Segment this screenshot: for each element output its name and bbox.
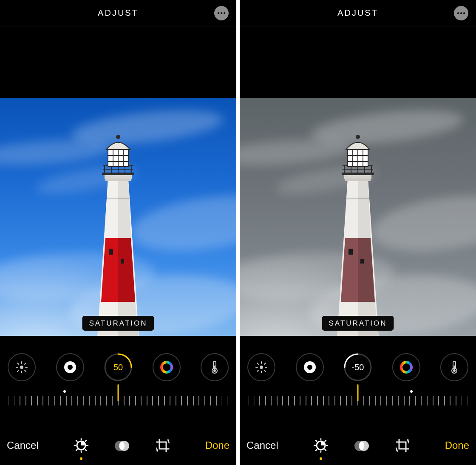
- adjust-tool[interactable]: [73, 437, 90, 454]
- origin-marker: [63, 390, 66, 393]
- svg-rect-80: [345, 179, 371, 181]
- svg-line-89: [264, 363, 266, 364]
- svg-line-33: [25, 363, 26, 364]
- vibrance-dial[interactable]: [392, 353, 420, 381]
- bottom-bar: Cancel: [240, 426, 476, 465]
- lighthouse-graphic: [294, 102, 422, 336]
- exposure-dial[interactable]: [56, 353, 84, 381]
- photo-preview[interactable]: SATURATION: [0, 98, 236, 336]
- svg-line-34: [17, 370, 19, 371]
- crop-rotate-icon: [155, 438, 170, 453]
- origin-marker: [410, 390, 413, 393]
- crop-tool[interactable]: [154, 437, 171, 454]
- filters-icon: [354, 438, 370, 453]
- cancel-button[interactable]: Cancel: [246, 439, 278, 451]
- svg-point-26: [20, 366, 23, 369]
- warmth-dial[interactable]: [440, 353, 468, 381]
- bottom-bar: Cancel: [0, 426, 236, 465]
- svg-line-105: [325, 450, 326, 451]
- exposure-dial[interactable]: [296, 353, 324, 381]
- screen-title: ADJUST: [337, 8, 378, 18]
- svg-point-38: [162, 362, 172, 372]
- editor-screen-right: ADJUST: [240, 0, 476, 465]
- svg-marker-4: [118, 179, 131, 238]
- svg-rect-24: [105, 179, 131, 181]
- brightness-dial[interactable]: [247, 353, 275, 381]
- progress-ring-icon: [344, 353, 372, 381]
- svg-point-79: [356, 135, 360, 139]
- svg-rect-81: [346, 198, 370, 199]
- done-button[interactable]: Done: [205, 439, 230, 451]
- svg-line-49: [85, 450, 86, 451]
- svg-line-90: [257, 370, 258, 371]
- svg-point-82: [260, 366, 263, 369]
- saturation-dial[interactable]: -50: [344, 353, 372, 381]
- vibrance-icon: [160, 361, 173, 374]
- exposure-icon: [63, 360, 77, 374]
- done-button[interactable]: Done: [445, 439, 469, 451]
- adjustment-dials: 50: [0, 344, 236, 390]
- top-bar: ADJUST: [240, 0, 476, 26]
- brightness-icon: [255, 361, 268, 374]
- filters-icon: [114, 438, 130, 453]
- value-slider[interactable]: [8, 390, 228, 417]
- svg-line-51: [76, 450, 77, 451]
- svg-point-94: [401, 362, 411, 372]
- svg-point-92: [307, 365, 312, 370]
- adjustment-dials: -50: [240, 344, 476, 390]
- svg-rect-62: [348, 249, 353, 255]
- active-indicator-dot: [320, 457, 322, 460]
- filters-tool[interactable]: [353, 437, 370, 454]
- svg-line-32: [25, 370, 26, 371]
- svg-point-36: [68, 365, 73, 370]
- slider-pointer[interactable]: [357, 384, 359, 401]
- adjust-icon: [313, 438, 329, 453]
- adjustment-label: SATURATION: [322, 316, 394, 331]
- svg-rect-7: [121, 259, 124, 264]
- crop-tool[interactable]: [394, 437, 411, 454]
- active-indicator-dot: [80, 457, 82, 460]
- brightness-icon: [15, 361, 28, 374]
- filters-tool[interactable]: [113, 437, 130, 454]
- vibrance-dial[interactable]: [153, 353, 181, 381]
- svg-rect-25: [106, 198, 130, 199]
- thermometer-icon: [211, 360, 218, 374]
- vibrance-icon: [400, 361, 413, 374]
- svg-line-104: [316, 440, 317, 442]
- crop-rotate-icon: [395, 438, 410, 453]
- thermometer-icon: [450, 360, 458, 374]
- value-slider[interactable]: [248, 390, 468, 417]
- svg-marker-60: [358, 179, 371, 238]
- svg-point-23: [116, 135, 120, 139]
- saturation-dial[interactable]: 50: [104, 353, 132, 381]
- exposure-icon: [303, 360, 317, 374]
- more-button[interactable]: [214, 6, 229, 20]
- svg-line-50: [85, 440, 86, 442]
- warmth-dial[interactable]: [201, 353, 229, 381]
- svg-rect-63: [360, 259, 364, 264]
- cancel-button[interactable]: Cancel: [7, 439, 39, 451]
- screen-title: ADJUST: [98, 8, 139, 18]
- lighthouse-graphic: [54, 102, 182, 336]
- svg-line-87: [257, 363, 258, 364]
- adjustment-label: SATURATION: [82, 316, 154, 331]
- svg-line-88: [264, 370, 266, 371]
- svg-line-48: [76, 440, 77, 442]
- slider-pointer[interactable]: [118, 384, 119, 401]
- editor-screen-left: ADJUST: [0, 0, 236, 465]
- adjust-tool[interactable]: [312, 437, 329, 454]
- photo-preview[interactable]: SATURATION: [240, 98, 476, 336]
- svg-rect-6: [109, 249, 113, 255]
- top-bar: ADJUST: [0, 0, 236, 26]
- more-button[interactable]: [454, 6, 468, 20]
- svg-line-106: [325, 440, 326, 442]
- brightness-dial[interactable]: [8, 353, 36, 381]
- progress-ring-icon: [104, 353, 132, 381]
- svg-line-31: [17, 363, 19, 364]
- adjust-icon: [74, 438, 89, 453]
- svg-line-107: [316, 450, 317, 451]
